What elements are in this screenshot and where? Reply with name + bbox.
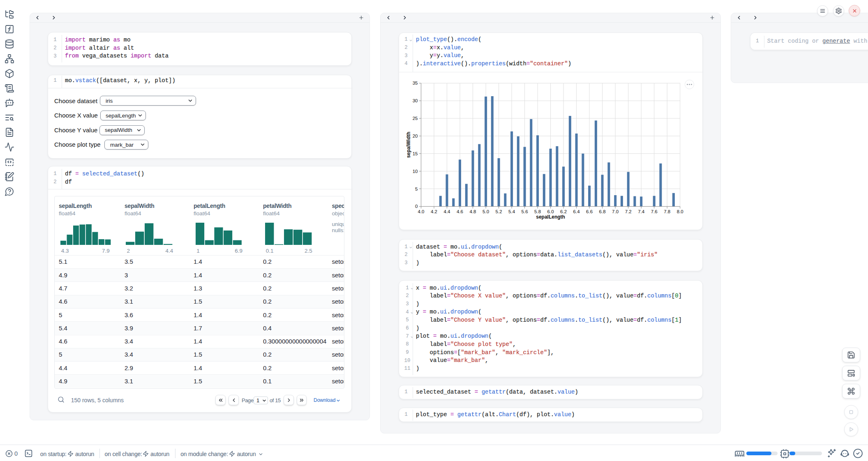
svg-text:4.8: 4.8 (470, 209, 476, 214)
svg-text:7.8: 7.8 (664, 209, 670, 214)
svg-text:25: 25 (413, 116, 418, 121)
svg-text:4.6: 4.6 (457, 209, 463, 214)
svg-text:5.4: 5.4 (508, 209, 515, 214)
svg-text:6.6: 6.6 (586, 209, 593, 214)
svg-text:7.2: 7.2 (625, 209, 632, 214)
svg-text:6.2: 6.2 (560, 209, 567, 214)
svg-text:4.2: 4.2 (431, 209, 437, 214)
svg-text:7.6: 7.6 (651, 209, 658, 214)
svg-text:7.4: 7.4 (638, 209, 645, 214)
svg-text:6.0: 6.0 (547, 209, 554, 214)
svg-text:10: 10 (413, 169, 418, 174)
svg-text:4.0: 4.0 (418, 209, 425, 214)
svg-text:5.8: 5.8 (534, 209, 541, 214)
svg-text:sepalLength: sepalLength (536, 214, 565, 220)
svg-text:15: 15 (413, 151, 418, 156)
svg-text:0: 0 (415, 204, 418, 209)
svg-text:20: 20 (413, 134, 418, 138)
svg-text:4.4: 4.4 (444, 209, 451, 214)
svg-text:6.4: 6.4 (573, 209, 580, 214)
svg-text:5.6: 5.6 (522, 209, 528, 214)
svg-text:6.8: 6.8 (599, 209, 606, 214)
svg-text:35: 35 (413, 81, 418, 85)
svg-text:5: 5 (415, 187, 418, 191)
svg-text:sepalWidth: sepalWidth (406, 131, 411, 158)
svg-text:30: 30 (413, 98, 418, 103)
svg-text:8.0: 8.0 (677, 209, 683, 214)
svg-text:5.0: 5.0 (482, 209, 489, 214)
svg-text:7.0: 7.0 (612, 209, 619, 214)
svg-text:5.2: 5.2 (496, 209, 502, 214)
